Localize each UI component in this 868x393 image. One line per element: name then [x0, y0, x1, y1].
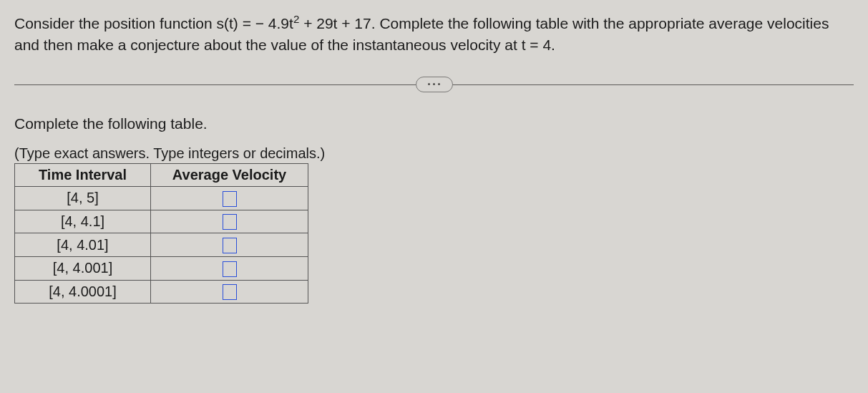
table-row: [4, 5] [15, 186, 308, 210]
velocity-cell [151, 233, 308, 257]
velocity-input[interactable] [223, 238, 237, 253]
velocity-cell [151, 186, 308, 210]
velocity-cell [151, 257, 308, 281]
table-row: [4, 4.01] [15, 233, 308, 257]
velocity-input[interactable] [223, 214, 237, 230]
interval-cell: [4, 4.0001] [15, 280, 151, 304]
interval-cell: [4, 4.001] [15, 257, 151, 281]
velocity-cell [151, 280, 308, 304]
table-row: [4, 4.001] [15, 257, 308, 281]
velocity-cell [151, 210, 308, 233]
velocity-input[interactable] [223, 261, 237, 277]
col-header-interval: Time Interval [15, 163, 151, 186]
average-velocity-table: Time Interval Average Velocity [4, 5] [4… [14, 163, 308, 304]
problem-statement: Consider the position function s(t) = − … [14, 13, 854, 57]
expand-ellipsis-button[interactable] [416, 77, 453, 92]
ellipsis-icon [433, 83, 435, 85]
interval-cell: [4, 4.1] [15, 210, 151, 233]
instruction-text: Complete the following table. [14, 115, 854, 132]
hint-text: (Type exact answers. Type integers or de… [14, 145, 854, 162]
section-divider [14, 77, 854, 92]
interval-cell: [4, 4.01] [15, 233, 151, 257]
col-header-velocity: Average Velocity [151, 163, 308, 186]
velocity-input[interactable] [223, 284, 237, 300]
interval-cell: [4, 5] [15, 186, 151, 210]
ellipsis-icon [428, 83, 430, 85]
velocity-input[interactable] [223, 191, 237, 207]
ellipsis-icon [438, 83, 440, 85]
table-row: [4, 4.1] [15, 210, 308, 233]
table-row: [4, 4.0001] [15, 280, 308, 304]
